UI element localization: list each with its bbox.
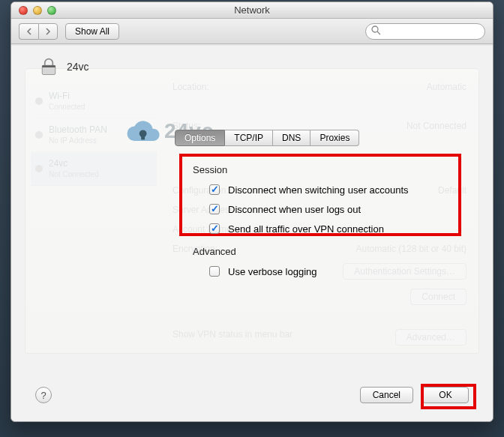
svg-rect-5 <box>141 133 145 139</box>
preferences-window: Network Show All Wi-FiConnected <box>10 1 494 422</box>
options-sheet: 24vc 24vc Options TCP/IP DNS Proxies Ses… <box>25 46 479 412</box>
check-switch-users[interactable]: Disconnect when switching user accounts <box>193 180 449 199</box>
highlight-ok <box>421 384 476 409</box>
svg-rect-3 <box>42 65 56 67</box>
check-verbose-logging[interactable]: Use verbose logging <box>193 262 449 281</box>
cancel-button[interactable]: Cancel <box>360 387 413 403</box>
settings-block: Session Disconnect when switching user a… <box>182 157 460 292</box>
svg-point-0 <box>372 26 378 32</box>
lock-icon <box>38 56 59 77</box>
chevron-right-icon <box>45 28 51 35</box>
chevron-left-icon <box>26 28 32 35</box>
tab-proxies[interactable]: Proxies <box>310 130 359 146</box>
checkbox-label: Send all traffic over VPN connection <box>228 223 384 235</box>
back-button[interactable] <box>19 23 38 40</box>
tab-dns[interactable]: DNS <box>273 130 310 146</box>
tab-options[interactable]: Options <box>175 130 225 146</box>
tab-tcpip[interactable]: TCP/IP <box>225 130 273 146</box>
checkbox-label: Disconnect when switching user accounts <box>228 184 409 196</box>
window-title: Network <box>11 4 493 16</box>
session-header: Session <box>193 164 449 175</box>
sheet-header: 24vc <box>25 46 479 83</box>
show-all-button[interactable]: Show All <box>65 23 119 40</box>
help-button[interactable]: ? <box>35 387 52 403</box>
nav-group <box>19 23 58 40</box>
checkbox-label: Use verbose logging <box>228 266 317 277</box>
checkbox[interactable] <box>209 223 220 234</box>
checkbox[interactable] <box>209 266 220 277</box>
search-field-wrap <box>365 23 485 40</box>
tab-bar: Options TCP/IP DNS Proxies <box>175 130 359 146</box>
check-user-logout[interactable]: Disconnect when user logs out <box>193 199 449 219</box>
search-input[interactable] <box>365 23 485 40</box>
cloud-icon <box>122 116 161 146</box>
svg-line-1 <box>377 31 380 34</box>
forward-button[interactable] <box>38 23 58 40</box>
checkbox[interactable] <box>209 204 220 214</box>
check-all-traffic-vpn[interactable]: Send all traffic over VPN connection <box>193 219 449 238</box>
advanced-header: Advanced <box>193 246 449 257</box>
titlebar: Network <box>11 2 493 19</box>
connection-name: 24vc <box>67 61 89 73</box>
search-icon <box>371 25 381 37</box>
checkbox-label: Disconnect when user logs out <box>228 204 361 215</box>
toolbar: Show All <box>11 19 493 44</box>
checkbox[interactable] <box>209 184 220 195</box>
